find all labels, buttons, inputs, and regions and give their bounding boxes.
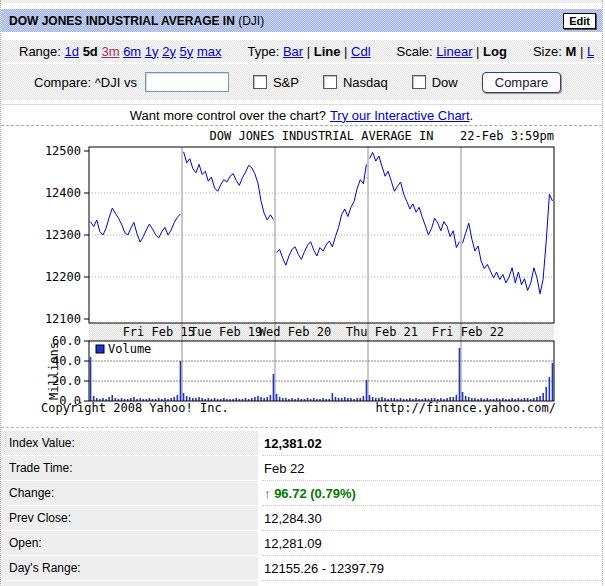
svg-text:Fri Feb 22: Fri Feb 22	[432, 325, 504, 339]
compare-symbol-input[interactable]	[145, 72, 229, 92]
quote-row-label: Change:	[1, 481, 260, 506]
promo-text: Want more control over the chart?	[130, 108, 326, 123]
scale-label: Scale:	[397, 44, 433, 59]
compare-option-Dow: Dow	[412, 75, 458, 90]
range-option-6m[interactable]: 6m	[123, 44, 141, 59]
index-name: DOW JONES INDUSTRIAL AVERAGE IN	[9, 14, 235, 28]
scale-option-Log: Log	[483, 44, 507, 59]
range-option-5y[interactable]: 5y	[180, 44, 194, 59]
quote-row-value: 12155.26 - 12397.79	[260, 556, 602, 581]
svg-text:http://finance.yahoo.com/: http://finance.yahoo.com/	[375, 401, 556, 415]
table-row: Open:12,281.09	[1, 531, 602, 556]
quote-row-value: 12,284.30	[260, 506, 602, 531]
quote-row-label: Trade Time:	[1, 456, 260, 481]
table-row: 52wk Range:11,508.70 - 14,280.00	[1, 581, 602, 586]
type-group: Type: Bar | Line | Cdl	[247, 44, 370, 59]
edit-button[interactable]: Edit	[563, 13, 596, 29]
svg-text:12300: 12300	[45, 228, 81, 242]
index-symbol: (DJI)	[238, 14, 264, 28]
svg-text:Tue Feb 19: Tue Feb 19	[190, 325, 262, 339]
title-bar: DOW JONES INDUSTRIAL AVERAGE IN (DJI) Ed…	[1, 9, 602, 32]
quote-row-value: ↑ 96.72 (0.79%)	[260, 481, 602, 506]
quote-row-label: Open:	[1, 531, 260, 556]
table-row: Day's Range:12155.26 - 12397.79	[1, 556, 602, 581]
interactive-chart-promo: Want more control over the chart? Try ou…	[1, 105, 602, 126]
svg-text:Copyright 2008 Yahoo! Inc.: Copyright 2008 Yahoo! Inc.	[41, 401, 229, 415]
compare-label: Compare: ^DJI vs	[34, 75, 137, 90]
svg-text:12500: 12500	[45, 144, 81, 158]
checkbox-S&P[interactable]	[253, 75, 267, 89]
up-arrow-icon: ↑	[264, 486, 274, 501]
quote-row-value: Feb 22	[260, 456, 602, 481]
range-group: Range: 1d 5d 3m 6m 1y 2y 5y max	[19, 44, 221, 59]
quote-row-value: 12,281.09	[260, 531, 602, 556]
svg-text:12100: 12100	[45, 312, 81, 326]
compare-row: Compare: ^DJI vs S&PNasdaqDow Compare	[1, 64, 602, 100]
range-option-5d: 5d	[83, 44, 98, 59]
table-row: Change:↑ 96.72 (0.79%)	[1, 481, 602, 506]
chart-controls-row: Range: 1d 5d 3m 6m 1y 2y 5y max Type: Ba…	[1, 40, 602, 64]
svg-text:12400: 12400	[45, 186, 81, 200]
promo-period: .	[470, 108, 474, 123]
quote-row-label: Prev Close:	[1, 506, 260, 531]
size-group: Size: M | L	[533, 44, 594, 59]
quote-row-value: 12,381.02	[260, 431, 602, 456]
size-option-L[interactable]: L	[587, 44, 594, 59]
svg-text:Thu Feb 21: Thu Feb 21	[346, 325, 418, 339]
type-option-Cdl[interactable]: Cdl	[351, 44, 371, 59]
checkbox-label: S&P	[273, 75, 299, 90]
compare-option-Nasdaq: Nasdaq	[323, 75, 388, 90]
range-option-max[interactable]: max	[197, 44, 222, 59]
quote-row-label: Day's Range:	[1, 556, 260, 581]
scale-group: Scale: Linear | Log	[397, 44, 507, 59]
quote-summary-table: Index Value:12,381.02Trade Time:Feb 22Ch…	[1, 431, 602, 586]
type-label: Type:	[247, 44, 279, 59]
svg-text:DOW JONES INDUSTRIAL AVERAGE I: DOW JONES INDUSTRIAL AVERAGE IN	[210, 129, 434, 143]
checkbox-Dow[interactable]	[412, 75, 426, 89]
compare-option-S&P: S&P	[253, 75, 299, 90]
type-option-Bar[interactable]: Bar	[283, 44, 303, 59]
range-label: Range:	[19, 44, 61, 59]
svg-text:Fri Feb 15: Fri Feb 15	[123, 325, 195, 339]
page-title: DOW JONES INDUSTRIAL AVERAGE IN (DJI)	[9, 14, 563, 28]
interactive-chart-link[interactable]: Try our Interactive Chart	[330, 108, 470, 123]
size-option-M: M	[565, 44, 576, 59]
checkbox-Nasdaq[interactable]	[323, 75, 337, 89]
type-option-Line: Line	[314, 44, 341, 59]
quote-row-label: Index Value:	[1, 431, 260, 456]
quote-row-value: 11,508.70 - 14,280.00	[260, 581, 602, 586]
scale-option-Linear[interactable]: Linear	[436, 44, 472, 59]
size-label: Size:	[533, 44, 562, 59]
compare-button[interactable]: Compare	[482, 72, 561, 93]
range-option-1y[interactable]: 1y	[145, 44, 159, 59]
table-row: Prev Close:12,284.30	[1, 506, 602, 531]
svg-text:Wed Feb 20: Wed Feb 20	[259, 325, 331, 339]
price-chart: 1250012400123001220012100DOW JONES INDUS…	[1, 126, 602, 427]
quote-row-label: 52wk Range:	[1, 581, 260, 586]
checkbox-label: Dow	[432, 75, 458, 90]
range-option-1d[interactable]: 1d	[65, 44, 79, 59]
page-top-divider	[1, 0, 602, 3]
range-option-3m[interactable]: 3m	[101, 44, 119, 59]
range-option-2y[interactable]: 2y	[162, 44, 176, 59]
table-row: Index Value:12,381.02	[1, 431, 602, 456]
table-row: Trade Time:Feb 22	[1, 456, 602, 481]
quote-chart-page: DOW JONES INDUSTRIAL AVERAGE IN (DJI) Ed…	[0, 0, 603, 586]
svg-text:22-Feb 3:59pm: 22-Feb 3:59pm	[460, 129, 554, 143]
chart-canvas: 1250012400123001220012100DOW JONES INDUS…	[1, 126, 605, 423]
checkbox-label: Nasdaq	[343, 75, 388, 90]
chart-panel: Want more control over the chart? Try ou…	[1, 104, 602, 428]
svg-text:12200: 12200	[45, 270, 81, 284]
svg-text:Volume: Volume	[108, 342, 151, 356]
svg-text:Millions: Millions	[47, 342, 61, 400]
